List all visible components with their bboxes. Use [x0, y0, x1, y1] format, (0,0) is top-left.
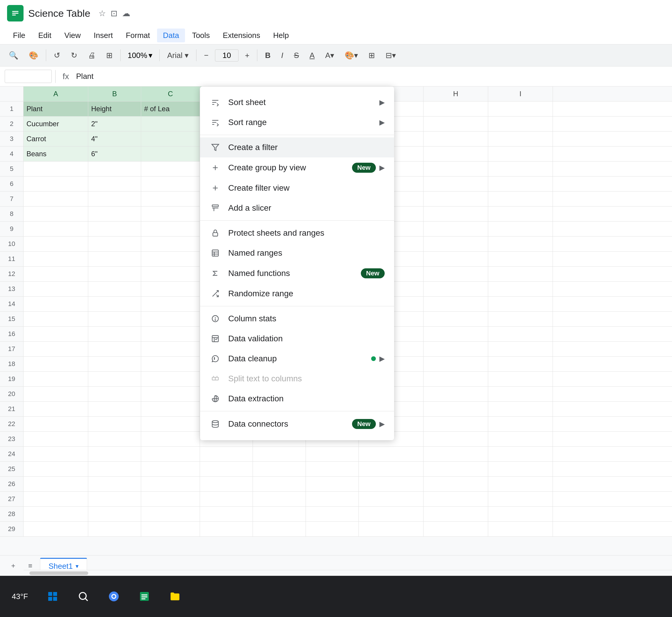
- cell-h10[interactable]: [423, 237, 488, 251]
- cell-h29[interactable]: [423, 522, 488, 537]
- cell-i18[interactable]: [488, 357, 553, 371]
- cell-c23[interactable]: [141, 432, 200, 446]
- cell-a19[interactable]: [24, 372, 88, 386]
- cell-i28[interactable]: [488, 507, 553, 522]
- cell-c12[interactable]: [141, 266, 200, 281]
- menu-extensions[interactable]: Extensions: [217, 28, 266, 42]
- cell-c7[interactable]: [141, 192, 200, 206]
- cell-i8[interactable]: [488, 207, 553, 221]
- cell-i5[interactable]: [488, 162, 553, 176]
- cell-i10[interactable]: [488, 237, 553, 251]
- cell-b15[interactable]: [88, 312, 141, 326]
- add-slicer-item[interactable]: Add a slicer: [200, 198, 394, 218]
- cell-a21[interactable]: [24, 402, 88, 416]
- cell-g28[interactable]: [359, 507, 423, 522]
- italic-button[interactable]: I: [277, 48, 287, 63]
- sort-sheet-item[interactable]: Sort sheet ▶: [200, 92, 394, 113]
- cell-c2[interactable]: [141, 117, 200, 131]
- cell-d27[interactable]: [200, 492, 253, 506]
- cell-h1[interactable]: [423, 101, 488, 116]
- undo-button[interactable]: ↺: [50, 48, 64, 63]
- cell-c8[interactable]: [141, 207, 200, 221]
- cell-i19[interactable]: [488, 372, 553, 386]
- cell-c15[interactable]: [141, 312, 200, 326]
- cell-b25[interactable]: [88, 462, 141, 476]
- increase-font-button[interactable]: +: [241, 48, 254, 63]
- cell-h20[interactable]: [423, 387, 488, 401]
- print-button[interactable]: 🖨: [84, 48, 100, 63]
- cell-b19[interactable]: [88, 372, 141, 386]
- search-taskbar-button[interactable]: [71, 585, 95, 608]
- cell-h18[interactable]: [423, 357, 488, 371]
- cell-a22[interactable]: [24, 417, 88, 431]
- cell-f24[interactable]: [306, 447, 359, 461]
- cell-i4[interactable]: [488, 147, 553, 161]
- zoom-selector[interactable]: 100% ▾: [124, 49, 156, 62]
- cell-h24[interactable]: [423, 447, 488, 461]
- cell-i26[interactable]: [488, 477, 553, 491]
- cell-c19[interactable]: [141, 372, 200, 386]
- cell-a28[interactable]: [24, 507, 88, 522]
- cell-b22[interactable]: [88, 417, 141, 431]
- cell-f26[interactable]: [306, 477, 359, 491]
- cell-b3[interactable]: 4": [88, 132, 141, 146]
- cell-h4[interactable]: [423, 147, 488, 161]
- cell-b23[interactable]: [88, 432, 141, 446]
- cell-i27[interactable]: [488, 492, 553, 506]
- cell-i21[interactable]: [488, 402, 553, 416]
- cell-h11[interactable]: [423, 251, 488, 266]
- cell-c11[interactable]: [141, 251, 200, 266]
- redo-button[interactable]: ↻: [67, 48, 81, 63]
- cell-c4[interactable]: [141, 147, 200, 161]
- cell-h7[interactable]: [423, 192, 488, 206]
- cell-b1[interactable]: Height: [88, 101, 141, 116]
- cell-h16[interactable]: [423, 327, 488, 341]
- cell-d24[interactable]: [200, 447, 253, 461]
- cell-a13[interactable]: [24, 281, 88, 296]
- cell-g24[interactable]: [359, 447, 423, 461]
- cell-b24[interactable]: [88, 447, 141, 461]
- cell-a8[interactable]: [24, 207, 88, 221]
- cell-i7[interactable]: [488, 192, 553, 206]
- cell-h9[interactable]: [423, 222, 488, 236]
- cell-b26[interactable]: [88, 477, 141, 491]
- menu-insert[interactable]: Insert: [88, 28, 119, 42]
- search-button[interactable]: 🔍: [5, 48, 22, 63]
- cell-c9[interactable]: [141, 222, 200, 236]
- cell-h14[interactable]: [423, 296, 488, 311]
- cell-g27[interactable]: [359, 492, 423, 506]
- cell-c16[interactable]: [141, 327, 200, 341]
- cell-h12[interactable]: [423, 266, 488, 281]
- cell-a15[interactable]: [24, 312, 88, 326]
- cell-c1[interactable]: # of Lea: [141, 101, 200, 116]
- formula-function-icon[interactable]: fx: [59, 72, 73, 81]
- cell-c29[interactable]: [141, 522, 200, 537]
- bold-button[interactable]: B: [261, 48, 275, 63]
- cell-b13[interactable]: [88, 281, 141, 296]
- cell-b12[interactable]: [88, 266, 141, 281]
- cell-b14[interactable]: [88, 296, 141, 311]
- start-button[interactable]: [41, 585, 64, 608]
- cell-b9[interactable]: [88, 222, 141, 236]
- cell-b7[interactable]: [88, 192, 141, 206]
- underline-button[interactable]: A: [305, 48, 319, 63]
- font-size-input[interactable]: 10: [215, 49, 239, 61]
- cell-a27[interactable]: [24, 492, 88, 506]
- menu-format[interactable]: Format: [120, 28, 156, 42]
- cell-a29[interactable]: [24, 522, 88, 537]
- folder-icon[interactable]: ⊡: [110, 9, 117, 18]
- cell-b5[interactable]: [88, 162, 141, 176]
- cell-i20[interactable]: [488, 387, 553, 401]
- cell-a14[interactable]: [24, 296, 88, 311]
- sheets-taskbar-icon[interactable]: [133, 585, 156, 608]
- cell-a20[interactable]: [24, 387, 88, 401]
- cell-i12[interactable]: [488, 266, 553, 281]
- horizontal-scrollbar[interactable]: [24, 570, 672, 576]
- cell-b11[interactable]: [88, 251, 141, 266]
- cell-b17[interactable]: [88, 342, 141, 356]
- cell-i14[interactable]: [488, 296, 553, 311]
- cell-c26[interactable]: [141, 477, 200, 491]
- create-filter-item[interactable]: Create a filter: [200, 138, 394, 157]
- cell-c13[interactable]: [141, 281, 200, 296]
- cell-h21[interactable]: [423, 402, 488, 416]
